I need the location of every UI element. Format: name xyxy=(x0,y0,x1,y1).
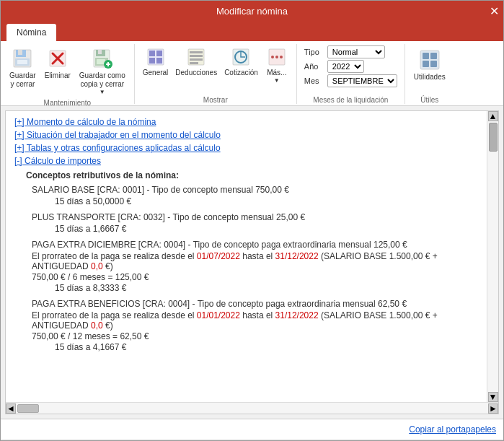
mes-row: Mes ENEROFEBREROMARZO ABRILMAYOJUNIO JUL… xyxy=(304,74,397,87)
eliminar-button[interactable]: Eliminar xyxy=(42,45,74,82)
guardar-cerrar-button[interactable]: Guardar y cerrar xyxy=(6,45,39,90)
hscroll-track[interactable] xyxy=(16,404,488,413)
vertical-scrollbar[interactable]: ▲ ▼ xyxy=(487,111,498,402)
svg-rect-18 xyxy=(156,51,162,56)
mas-label: Más... xyxy=(267,69,286,77)
svg-rect-4 xyxy=(17,60,27,64)
link-tablas[interactable]: [+] Tablas y otras configuraciones aplic… xyxy=(14,143,478,153)
guardar-copia-label: Guardar como copia y cerrar xyxy=(79,71,125,89)
deducciones-label: Deducciones xyxy=(175,69,217,77)
hscroll-right-button[interactable]: ► xyxy=(488,403,498,414)
svg-rect-23 xyxy=(190,55,203,57)
guardar-copia-dropdown[interactable]: ▼ xyxy=(100,89,105,96)
item-paga-beneficios: PAGA EXTRA BENEFICIOS [CRA: 0004] - Tipo… xyxy=(32,299,478,352)
prorate-red1: 0,0 xyxy=(91,261,103,271)
prorate-close-b: €) xyxy=(103,320,113,331)
save-icon xyxy=(11,47,34,70)
svg-point-29 xyxy=(271,56,274,58)
link-momento[interactable]: [+] Momento de cálculo de la nómina xyxy=(14,117,478,127)
general-label: General xyxy=(143,69,169,77)
section-header: Conceptos retributivos de la nómina: xyxy=(26,170,478,180)
cotizacion-button[interactable]: Cotización xyxy=(222,45,260,79)
plus-transporte-title: PLUS TRANSPORTE [CRA: 0032] - Tipo de co… xyxy=(32,212,478,222)
anio-select[interactable]: 2020 2021 2022 2023 xyxy=(327,60,364,73)
group-utiles: Utilidades Útiles xyxy=(405,44,454,104)
mantenimiento-label: Mantenimiento xyxy=(44,97,92,107)
general-button[interactable]: General xyxy=(141,45,171,79)
scroll-thumb[interactable] xyxy=(489,123,498,152)
delete-icon xyxy=(46,47,69,70)
prorate-date1b: 01/01/2022 xyxy=(197,310,240,320)
tab-nomina[interactable]: Nómina xyxy=(6,24,56,41)
scroll-track[interactable] xyxy=(488,121,498,392)
tipo-label: Tipo xyxy=(304,48,324,56)
paga-diciembre-prorate1: El prorrateo de la paga se realiza desde… xyxy=(32,251,478,271)
prorate-mid-b: hasta el xyxy=(240,310,275,320)
hscroll-thumb[interactable] xyxy=(17,404,39,413)
prorate-text1: El prorrateo de la paga se realiza desde… xyxy=(32,251,197,261)
close-button[interactable]: ✕ xyxy=(490,4,499,18)
general-icon xyxy=(146,47,166,67)
savecopy-icon xyxy=(91,47,114,70)
paga-beneficios-sub: 15 días a 4,1667 € xyxy=(55,342,478,352)
tipo-select[interactable]: Normal Extra xyxy=(327,45,385,58)
item-paga-diciembre: PAGA EXTRA DICIEMBRE [CRA: 0004] - Tipo … xyxy=(32,240,478,293)
group-meses: Tipo Normal Extra Año 2020 2021 2022 202… xyxy=(297,44,405,104)
svg-rect-24 xyxy=(190,58,203,61)
content-area: [+] Momento de cálculo de la nómina [+] … xyxy=(5,110,499,414)
horizontal-scrollbar[interactable]: ◄ ► xyxy=(6,402,498,414)
prorate-date2b: 31/12/2022 xyxy=(275,310,319,320)
anio-label: Año xyxy=(304,62,324,71)
deducciones-button[interactable]: Deducciones xyxy=(173,45,219,79)
mas-icon xyxy=(267,47,287,67)
paga-diciembre-prorate2: 750,00 € / 6 meses = 125,00 € xyxy=(32,272,478,282)
svg-rect-19 xyxy=(149,58,155,64)
link-calculo[interactable]: [-] Cálculo de importes xyxy=(14,156,478,166)
prorate-close: €) xyxy=(103,261,113,271)
link-situacion[interactable]: [+] Situación del trabajador en el momen… xyxy=(14,130,478,140)
copy-portapapeles-link[interactable]: Copiar al portapapeles xyxy=(409,424,496,435)
paga-beneficios-title: PAGA EXTRA BENEFICIOS [CRA: 0004] - Tipo… xyxy=(32,299,478,309)
group-mostrar: General Deducciones xyxy=(135,44,297,104)
paga-beneficios-prorate2: 750,00 € / 12 meses = 62,50 € xyxy=(32,331,478,341)
mes-label: Mes xyxy=(304,77,324,85)
hscroll-left-button[interactable]: ◄ xyxy=(6,403,16,414)
svg-rect-22 xyxy=(190,51,203,53)
paga-diciembre-title: PAGA EXTRA DICIEMBRE [CRA: 0004] - Tipo … xyxy=(32,240,478,250)
mas-button[interactable]: Más... ▼ xyxy=(263,45,291,86)
scroll-down-button[interactable]: ▼ xyxy=(488,392,498,402)
content-scroll[interactable]: [+] Momento de cálculo de la nómina [+] … xyxy=(6,111,487,402)
paga-diciembre-sub: 15 días a 8,3333 € xyxy=(55,283,478,293)
anio-row: Año 2020 2021 2022 2023 xyxy=(304,60,397,73)
plus-transporte-sub: 15 días a 1,6667 € xyxy=(55,224,478,234)
prorate-mid: hasta el xyxy=(240,251,275,261)
mostrar-buttons: General Deducciones xyxy=(141,45,291,95)
prorate-date2: 31/12/2022 xyxy=(275,251,319,261)
salario-base-sub: 15 días a 50,0000 € xyxy=(55,196,478,206)
svg-rect-20 xyxy=(156,58,162,64)
guardar-copia-button[interactable]: Guardar como copia y cerrar ▼ xyxy=(76,45,128,97)
utilidades-label: Utilidades xyxy=(414,73,446,82)
utilidades-button[interactable]: Utilidades xyxy=(411,47,448,83)
title-bar: Modificar nómina ✕ xyxy=(1,1,503,21)
svg-rect-2 xyxy=(18,50,22,55)
svg-point-31 xyxy=(280,56,283,58)
window-title: Modificar nómina xyxy=(216,6,288,17)
svg-rect-36 xyxy=(430,61,437,67)
mantenimiento-buttons: Guardar y cerrar Eliminar xyxy=(6,45,128,97)
item-salario-base: SALARIO BASE [CRA: 0001] - Tipo de conce… xyxy=(32,185,478,206)
salario-base-title: SALARIO BASE [CRA: 0001] - Tipo de conce… xyxy=(32,185,478,195)
meses-label: Meses de la liquidación xyxy=(304,95,397,104)
prorate-red2: 0,0 xyxy=(91,320,103,331)
eliminar-label: Eliminar xyxy=(45,71,71,80)
cotizacion-icon xyxy=(231,47,251,67)
mes-select[interactable]: ENEROFEBREROMARZO ABRILMAYOJUNIO JULIOAG… xyxy=(327,74,397,87)
svg-rect-35 xyxy=(423,61,429,67)
scroll-up-button[interactable]: ▲ xyxy=(488,111,498,121)
svg-rect-25 xyxy=(190,62,198,64)
item-plus-transporte: PLUS TRANSPORTE [CRA: 0032] - Tipo de co… xyxy=(32,212,478,234)
deducciones-icon xyxy=(186,47,206,67)
guardar-cerrar-label: Guardar y cerrar xyxy=(9,71,36,89)
mostrar-label: Mostrar xyxy=(203,95,228,104)
svg-rect-17 xyxy=(149,51,155,56)
